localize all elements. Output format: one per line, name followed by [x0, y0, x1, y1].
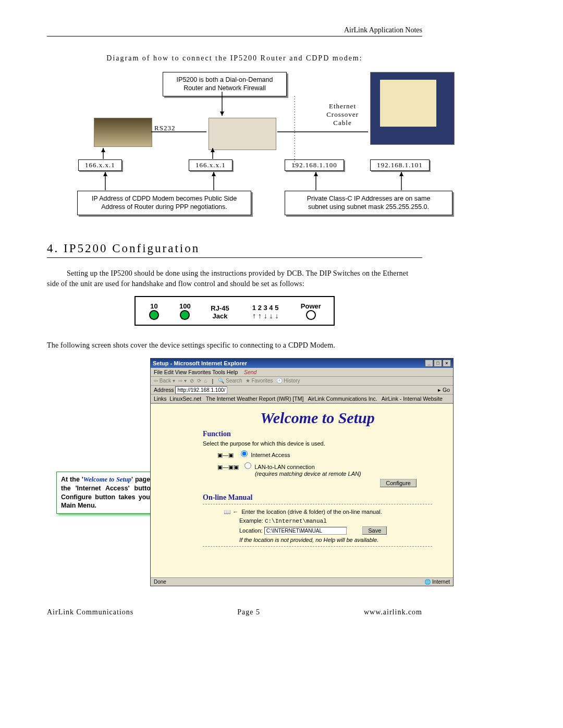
callout-wts: Welcome to Setup — [83, 476, 131, 483]
maximize-icon[interactable]: □ — [434, 360, 442, 367]
window-title: Setup - Microsoft Internet Explorer — [153, 360, 247, 366]
eth-l3: Cable — [333, 119, 351, 127]
eth-l2: Crossover — [326, 110, 359, 118]
led-10-icon — [149, 310, 159, 320]
address-input[interactable]: http://192.168.1.100/ — [175, 386, 227, 394]
section-title: 4. IP5200 Configuration — [47, 242, 422, 255]
configure-button[interactable]: Configure — [380, 479, 417, 487]
led-power-icon — [306, 310, 316, 320]
stop-button[interactable]: ⊘ — [190, 378, 194, 384]
save-button[interactable]: Save — [362, 526, 387, 535]
internet-access-radio[interactable] — [241, 450, 248, 457]
manual-header: On-line Manual — [203, 493, 432, 502]
section-rule — [47, 257, 422, 258]
favorites-button[interactable]: ★ Favorites — [246, 378, 273, 384]
dip-10: 10 — [145, 302, 163, 310]
book-icon: 📖 ← — [224, 509, 238, 515]
pc-device-image — [370, 72, 455, 145]
refresh-button[interactable]: ⟳ — [197, 378, 201, 384]
diagram-caption: Diagram of how to connect the IP5200 Rou… — [47, 54, 422, 63]
status-zone: Internet — [432, 579, 450, 585]
location-input[interactable]: C:\INTERNET\MANUAL — [264, 527, 347, 535]
function-desc: Select the purpose for which this device… — [203, 440, 432, 447]
bottom-right-box: Private Class-C IP Addresses are on same… — [285, 191, 452, 215]
br-l1: Private Class-C IP Addresses are on same — [307, 195, 431, 202]
dip-100: 100 — [176, 302, 194, 310]
address-bar: Address http://192.168.1.100/ ▸ Go — [151, 386, 453, 394]
link-0[interactable]: LinuxSec.net — [169, 396, 201, 402]
page-content: Welcome to Setup Function Select the pur… — [151, 403, 453, 583]
links-bar[interactable]: Links LinuxSec.net The Internet Weather … — [151, 394, 453, 403]
opt2-note: (requires matching device at remote LAN) — [255, 471, 361, 477]
top-box-line1: IP5200 is both a Dial-on-Demand — [177, 76, 273, 83]
link-2[interactable]: AirLink Communications Inc. — [308, 396, 377, 402]
titlebar: Setup - Microsoft Internet Explorer _□× — [151, 359, 453, 368]
link-1[interactable]: The Internet Weather Report (IWR) [TM] — [206, 396, 304, 402]
opt2-label: LAN-to-LAN connection — [254, 464, 315, 470]
callout-t1: At the ' — [61, 476, 83, 483]
home-button[interactable]: ⌂ — [204, 378, 207, 384]
header-right: AirLink Application Notes — [47, 26, 422, 34]
location-label: Location: — [239, 527, 263, 534]
dip-switch-diagram: 10 100 RJ-45 Jack 1 2 3 4 5 ↑ ↑ ↓ ↓ ↓ Po… — [134, 296, 335, 326]
ip-box-2: 192.168.1.100 — [285, 159, 344, 171]
rs232-label: RS232 — [154, 124, 175, 132]
dip-arrows: ↑ ↑ ↓ ↓ ↓ — [246, 312, 285, 320]
browser-window: Setup - Microsoft Internet Explorer _□× … — [150, 358, 454, 586]
dip-rj45: RJ-45 — [207, 304, 233, 312]
bottom-left-box: IP Address of CDPD Modem becomes Public … — [77, 191, 251, 215]
forward-button[interactable]: ⇨ ▾ — [178, 378, 187, 384]
eth-l1: Ethernet — [329, 102, 356, 110]
net-icon: ▣—▣ — [217, 452, 234, 458]
eth-label: Ethernet Crossover Cable — [319, 102, 366, 127]
status-done: Done — [154, 579, 166, 585]
menubar-items[interactable]: File Edit View Favorites Tools Help — [154, 369, 238, 375]
send-badge: Send — [244, 369, 257, 375]
lan-icon: ▣—▣▣ — [217, 464, 239, 470]
manual-desc: Enter the location (drive & folder) of t… — [241, 509, 382, 515]
close-icon[interactable]: × — [443, 360, 451, 367]
bl-l2: Address of Router during PPP negotiation… — [101, 203, 227, 211]
address-label: Address — [154, 387, 174, 393]
history-button[interactable]: 🕘 History — [276, 378, 300, 384]
ip5200-image — [209, 118, 276, 150]
header-rule — [47, 36, 422, 36]
globe-icon: 🌐 — [424, 579, 431, 585]
top-info-box: IP5200 is both a Dial-on-Demand Router a… — [163, 72, 287, 96]
link-3[interactable]: AirLink - Internal Website — [382, 396, 443, 402]
footer: AirLink Communications Page 5 www.airlin… — [47, 608, 422, 616]
go-button[interactable]: ▸ Go — [438, 387, 450, 393]
manual-note: If the location is not provided, no Help… — [239, 537, 432, 543]
search-button[interactable]: 🔍 Search — [218, 378, 242, 384]
links-label: Links — [154, 396, 167, 402]
minimize-icon[interactable]: _ — [425, 360, 433, 367]
example-label: Example: — [239, 517, 263, 524]
ip-box-3: 192.168.1.101 — [370, 159, 430, 171]
led-100-icon — [180, 310, 190, 320]
menubar[interactable]: File Edit View Favorites Tools Help Send — [151, 368, 453, 377]
lan-to-lan-radio[interactable] — [244, 462, 251, 469]
back-button[interactable]: ⇦ Back ▾ — [154, 378, 175, 384]
welcome-title: Welcome to Setup — [203, 409, 432, 427]
ip-box-0: 166.x.x.1 — [78, 159, 122, 171]
para-2: The following screen shots cover the dev… — [47, 340, 422, 351]
opt1-label: Internet Access — [251, 452, 290, 458]
br-l2: subnet using subnet mask 255.255.255.0. — [308, 203, 429, 211]
footer-left: AirLink Communications — [47, 608, 133, 616]
bl-l1: IP Address of CDPD Modem becomes Public … — [92, 195, 237, 202]
example-value: C:\Internet\manual — [265, 518, 327, 524]
screenshot-area: At the 'Welcome to Setup' page, select t… — [47, 358, 422, 587]
function-header: Function — [203, 430, 432, 438]
diagram: IP5200 is both a Dial-on-Demand Router a… — [47, 72, 422, 223]
ip-box-1: 166.x.x.1 — [189, 159, 232, 171]
dip-power: Power — [298, 302, 324, 310]
dip-12345: 1 2 3 4 5 — [246, 304, 285, 312]
window-controls[interactable]: _□× — [424, 360, 451, 367]
para-1: Setting up the IP5200 should be done usi… — [47, 268, 422, 289]
footer-center: Page 5 — [237, 608, 260, 616]
top-box-line2: Router and Network Firewall — [183, 84, 266, 92]
statusbar: Done 🌐 Internet — [151, 577, 453, 586]
toolbar[interactable]: ⇦ Back ▾ ⇨ ▾ ⊘ ⟳ ⌂ | 🔍 Search ★ Favorite… — [151, 377, 453, 386]
dip-jack: Jack — [207, 312, 233, 320]
cdpd-modem-image — [94, 118, 152, 147]
